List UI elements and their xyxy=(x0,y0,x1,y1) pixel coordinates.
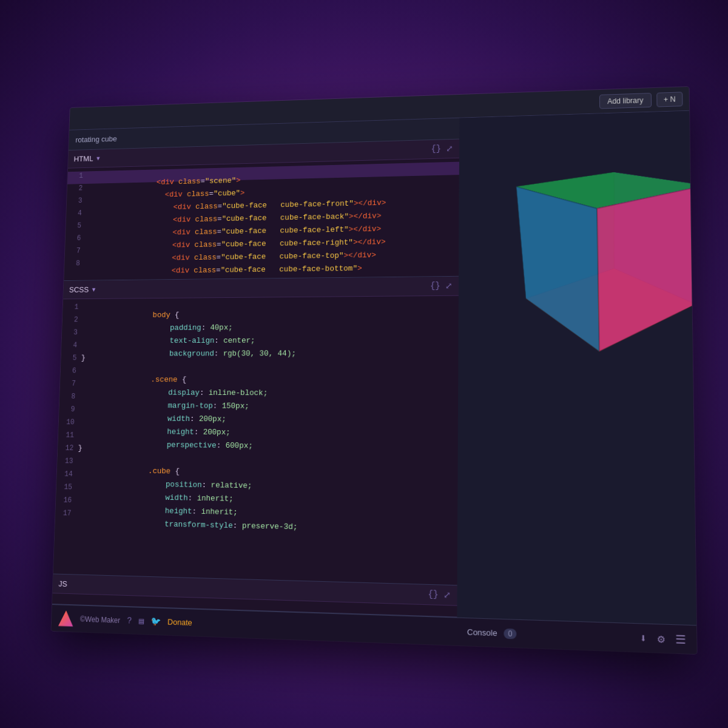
format-icon[interactable]: {} xyxy=(431,144,441,154)
scss-lang-selector[interactable]: SCSS ▼ xyxy=(69,285,97,294)
js-format-icon[interactable]: {} xyxy=(428,589,438,600)
scss-editor-icons: {} ⤢ xyxy=(430,281,453,291)
scss-code-area[interactable]: 1 body { 2 padding: 40px; xyxy=(53,296,459,585)
menu-icon[interactable]: ☰ xyxy=(675,632,686,647)
scss-line-7: 7 display: inline-block; xyxy=(60,379,459,394)
cube xyxy=(551,178,654,322)
html-editor: HTML ▼ {} ⤢ 1 <div class=" xyxy=(64,140,459,281)
scss-editor: SCSS ▼ {} ⤢ 1 body { xyxy=(53,277,459,585)
js-editor-icons: {} ⤢ xyxy=(428,589,451,601)
expand-icon[interactable]: ⤢ xyxy=(446,144,453,154)
preview-area xyxy=(457,111,696,625)
console-label: Console xyxy=(467,627,497,638)
logo-icon xyxy=(58,610,73,627)
copyright-text: ©Web Maker xyxy=(80,615,121,624)
twitter-icon[interactable]: 🐦 xyxy=(150,616,161,627)
scss-line-2: 2 padding: 40px; xyxy=(62,313,459,328)
html-dropdown-arrow: ▼ xyxy=(95,155,101,161)
download-icon[interactable]: ⬇ xyxy=(640,631,647,645)
scss-line-4: 4 background: rgb(30, 30, 44); xyxy=(61,340,459,354)
settings-icon[interactable]: ⚙ xyxy=(658,632,665,646)
js-expand-icon[interactable]: ⤢ xyxy=(443,590,451,601)
scss-format-icon[interactable]: {} xyxy=(430,281,440,291)
cube-scene xyxy=(545,184,672,309)
right-panel: Console 0 ⬇ ⚙ ☰ xyxy=(457,111,696,654)
html-lang-label: HTML xyxy=(73,154,93,163)
html-code-area[interactable]: 1 <div class="scene"> 2 <div class="cube… xyxy=(64,158,459,280)
right-bottom-icons: ⬇ ⚙ ☰ xyxy=(640,631,686,647)
scss-line-6: 6 .scene { xyxy=(60,366,458,380)
scss-expand-icon[interactable]: ⤢ xyxy=(445,281,453,291)
cube-face-front xyxy=(597,186,696,352)
scss-dropdown-arrow: ▼ xyxy=(91,286,96,293)
scss-line-3: 3 text-align: center; xyxy=(62,326,459,341)
new-button[interactable]: + N xyxy=(656,92,682,107)
donate-link[interactable]: Donate xyxy=(167,617,192,627)
js-lang-label: JS xyxy=(58,579,67,588)
help-icon[interactable]: ? xyxy=(127,616,132,625)
chat-icon[interactable]: ▤ xyxy=(139,616,144,626)
screen: Add library + N rotating cube HTML ▼ xyxy=(51,87,696,654)
scss-lang-label: SCSS xyxy=(69,285,89,294)
html-lang-selector[interactable]: HTML ▼ xyxy=(73,154,101,163)
add-library-button[interactable]: Add library xyxy=(599,93,652,109)
console-badge: 0 xyxy=(504,628,517,639)
html-editor-icons: {} ⤢ xyxy=(431,144,453,155)
screen-wrapper: Add library + N rotating cube HTML ▼ xyxy=(51,87,696,654)
main-content: rotating cube HTML ▼ {} ⤢ xyxy=(51,111,696,654)
editor-title: rotating cube xyxy=(75,135,117,144)
cube-face-left xyxy=(516,187,599,352)
js-lang-selector[interactable]: JS xyxy=(58,579,67,588)
left-panel: rotating cube HTML ▼ {} ⤢ xyxy=(51,118,459,645)
